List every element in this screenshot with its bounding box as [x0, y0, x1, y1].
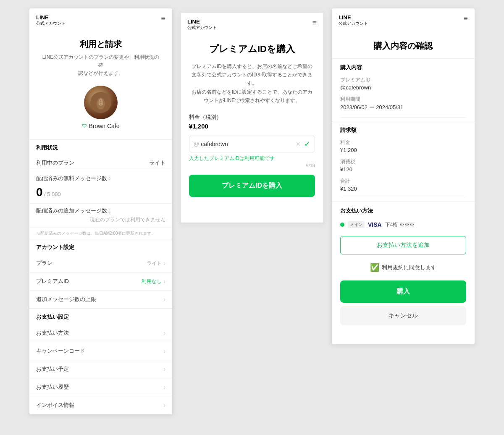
panel1-header: LINE 公式アカウント ≡: [29, 8, 172, 30]
premium-id-chevron: ›: [163, 278, 165, 285]
purchase-section-title: 購入内容: [332, 58, 475, 74]
payment-section-title: お支払い設定: [29, 309, 172, 324]
plan-label: プラン: [36, 259, 52, 267]
hamburger-menu-3[interactable]: ≡: [463, 14, 468, 23]
billing-section-title: 請求額: [332, 121, 475, 136]
char-count: 9/18: [189, 163, 315, 168]
line-sub-2: 公式アカウント: [187, 25, 217, 30]
panel2-header: LINE 公式アカウント ≡: [181, 13, 323, 34]
plan-menu-item[interactable]: プラン ライト ›: [29, 254, 172, 273]
total-value: ¥1,320: [340, 186, 466, 192]
divider-2: [340, 198, 466, 198]
agree-row: ✅ 利用規約に同意します: [332, 258, 475, 277]
note-text: ※配信済みのメッセージ数は、毎日AM2:00頃に更新されます。: [29, 228, 172, 239]
count-row: 0 / 5,000: [29, 184, 172, 204]
agree-check-icon: ✅: [370, 263, 379, 272]
id-input-row[interactable]: @ ✕ ✓: [189, 136, 315, 152]
premium-id-input[interactable]: [201, 141, 296, 147]
additional-limit-chevron: ›: [163, 296, 165, 303]
billing-panel: LINE 公式アカウント ≡ 利用と請求 LINE公式アカウントのプランの変更や…: [29, 8, 172, 414]
price-label: 料金（税別）: [189, 113, 315, 121]
agree-text: 利用規約に同意します: [382, 264, 436, 271]
modal-desc: プレミアムIDを購入すると、お店の名前などご希望の 文字列で公式アカウントのID…: [189, 62, 315, 105]
additional-messages-value: 現在のプランでは利用できません: [36, 216, 165, 223]
free-messages-limit: / 5,000: [44, 191, 61, 197]
plan-chevron: ›: [163, 260, 165, 267]
current-plan-value: ライト: [149, 159, 165, 167]
additional-limit-menu-item[interactable]: 追加メッセージ数の上限 ›: [29, 291, 172, 309]
premium-id-value: 利用なし: [142, 278, 162, 285]
account-settings-title: アカウント設定: [29, 239, 172, 254]
payment-history-chevron: ›: [163, 384, 165, 390]
modal-title: プレミアムIDを購入: [189, 43, 315, 55]
campaign-code-menu-item[interactable]: キャンペーンコード ›: [29, 342, 172, 360]
cancel-button[interactable]: キャンセル: [340, 306, 466, 325]
buy-premium-id-button[interactable]: プレミアムIDを購入: [189, 175, 315, 197]
clear-icon[interactable]: ✕: [296, 141, 301, 147]
payment-schedule-menu-item[interactable]: お支払い予定 ›: [29, 360, 172, 378]
line-logo-2: LINE 公式アカウント: [187, 18, 217, 30]
additional-messages-row: 配信済みの追加メッセージ数： 現在のプランでは利用できません: [29, 204, 172, 228]
payment-method-menu-item[interactable]: お支払い方法 ›: [29, 324, 172, 342]
page-title: 利用と請求: [29, 39, 172, 50]
payment-section-title-3: お支払い方法: [332, 202, 475, 217]
add-payment-button[interactable]: お支払い方法を追加: [340, 236, 466, 254]
total-row: 合計 ¥1,320: [332, 175, 475, 194]
campaign-code-label: キャンペーンコード: [36, 347, 85, 355]
plan-value: ライト: [147, 260, 162, 267]
account-avatar: 🛡 Brown Cafe: [29, 86, 172, 129]
tax-label: 消費税: [340, 158, 466, 165]
page-subtitle: LINE公式アカウントのプランの変更や、利用状況の確認などが行えます。: [42, 53, 160, 78]
period-confirm-value: 2023/06/02 ー 2024/05/31: [340, 104, 466, 111]
premium-id-confirm-row: プレミアムID @cafebrown: [332, 74, 475, 93]
current-plan-row: 利用中のプラン ライト: [29, 155, 172, 171]
period-confirm-row: 利用期間 2023/06/02 ー 2024/05/31: [332, 93, 475, 114]
free-messages-label: 配信済みの無料メッセージ数：: [29, 171, 172, 184]
invoice-menu-item[interactable]: インボイス情報 ›: [29, 396, 172, 414]
premium-id-confirm-label: プレミアムID: [340, 76, 466, 84]
campaign-code-chevron: ›: [163, 348, 165, 354]
input-at-symbol: @: [194, 141, 199, 147]
confirm-title: 購入内容の確認: [332, 30, 475, 58]
avatar: [84, 86, 118, 119]
total-label: 合計: [340, 178, 466, 185]
payment-history-menu-item[interactable]: お支払い履歴 ›: [29, 378, 172, 396]
fee-value: ¥1,200: [340, 147, 466, 153]
visa-icon: VISA: [368, 221, 382, 228]
premium-id-menu-item[interactable]: プレミアムID 利用なし ›: [29, 273, 172, 291]
payment-dot: [340, 223, 344, 227]
price-value: ¥1,200: [189, 123, 315, 130]
line-name-3: LINE: [339, 14, 368, 21]
account-name-row: 🛡 Brown Cafe: [82, 123, 119, 129]
hamburger-menu[interactable]: ≡: [161, 14, 165, 23]
hamburger-menu-2[interactable]: ≡: [312, 18, 317, 27]
payment-history-label: お支払い履歴: [36, 383, 69, 391]
payment-method-label: お支払い方法: [36, 329, 69, 337]
payment-schedule-chevron: ›: [163, 366, 165, 372]
additional-limit-label: 追加メッセージ数の上限: [36, 296, 96, 303]
card-last4: 下4桁 ※※※: [385, 221, 415, 228]
modal-content: プレミアムIDを購入 プレミアムIDを購入すると、お店の名前などご希望の 文字列…: [181, 34, 323, 205]
additional-messages-label: 配信済みの追加メッセージ数：: [36, 207, 165, 215]
line-sub-3: 公式アカウント: [339, 21, 368, 26]
fee-label: 料金: [340, 139, 466, 146]
fee-row: 料金 ¥1,200: [332, 136, 475, 156]
avatar-image: [90, 92, 111, 113]
payment-schedule-label: お支払い予定: [36, 365, 69, 373]
tax-value: ¥120: [340, 166, 466, 173]
premium-id-label: プレミアムID: [36, 278, 69, 285]
purchase-button[interactable]: 購入: [340, 280, 466, 303]
premium-id-confirm-value: @cafebrown: [340, 84, 466, 91]
free-messages-count: 0: [36, 186, 43, 199]
line-name: LINE: [36, 14, 66, 21]
line-name-2: LINE: [187, 18, 217, 25]
invoice-chevron: ›: [163, 402, 165, 409]
usage-section-title: 利用状況: [29, 139, 172, 155]
valid-message: 入力したプレミアムIDは利用可能です: [189, 155, 315, 162]
main-badge: メイン: [348, 221, 365, 228]
account-name: Brown Cafe: [89, 123, 119, 129]
divider-1: [340, 117, 466, 118]
tax-row: 消費税 ¥120: [332, 156, 475, 175]
invoice-label: インボイス情報: [36, 401, 74, 409]
shield-icon: 🛡: [82, 123, 87, 129]
